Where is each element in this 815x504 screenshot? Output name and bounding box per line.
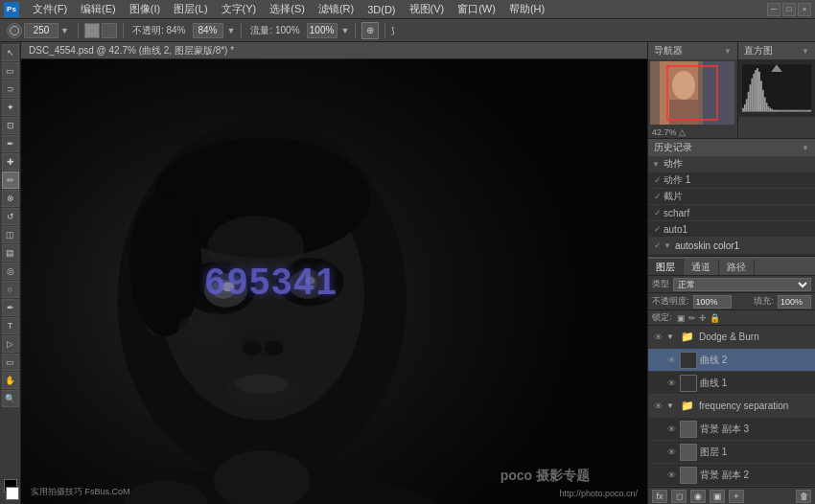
flow-input[interactable] bbox=[307, 23, 338, 38]
healing-tool[interactable]: ✚ bbox=[2, 153, 19, 171]
airbrush-btn[interactable]: ⊕ bbox=[361, 22, 379, 39]
layer-item-5[interactable]: 👁图层 1 bbox=[648, 441, 815, 464]
history-item-5[interactable]: ✓▼ autoskin color1 bbox=[648, 238, 815, 254]
layer-eye-2[interactable]: 👁 bbox=[665, 378, 677, 388]
move-tool[interactable]: ↖ bbox=[2, 44, 19, 61]
layer-eye-6[interactable]: 👁 bbox=[665, 470, 677, 480]
history-item-3[interactable]: ✓scharf bbox=[648, 205, 815, 221]
history-collapse[interactable]: ▼ bbox=[802, 144, 809, 152]
eraser-tool[interactable]: ◫ bbox=[2, 226, 19, 243]
blur-tool[interactable]: ◎ bbox=[2, 263, 19, 280]
histogram-collapse[interactable]: ▼ bbox=[802, 47, 809, 56]
menu-layer[interactable]: 图层(L) bbox=[168, 1, 213, 17]
layer-item-4[interactable]: 👁背景 副本 3 bbox=[648, 418, 815, 441]
menu-text[interactable]: 文字(Y) bbox=[216, 1, 263, 17]
menu-edit[interactable]: 编辑(E) bbox=[75, 1, 122, 17]
menu-help[interactable]: 帮助(H) bbox=[503, 1, 550, 17]
history-item-0[interactable]: ✓▼ 动作 bbox=[648, 156, 815, 172]
lock-image-btn[interactable]: ✏ bbox=[688, 313, 696, 323]
tab-paths[interactable]: 路径 bbox=[719, 259, 755, 275]
layer-eye-5[interactable]: 👁 bbox=[665, 447, 677, 457]
histogram-header[interactable]: 直方图 ▼ bbox=[738, 42, 815, 59]
history-brush-tool[interactable]: ↺ bbox=[2, 208, 19, 225]
history-header[interactable]: 历史记录 ▼ bbox=[648, 139, 815, 156]
group-arrow-3[interactable]: ▼ bbox=[666, 401, 674, 410]
nav-thumb-svg bbox=[650, 61, 734, 125]
flow-toggle[interactable]: ▼ bbox=[341, 26, 350, 35]
clone-tool[interactable]: ⊗ bbox=[2, 190, 19, 207]
delete-layer-btn[interactable]: 🗑 bbox=[796, 490, 811, 503]
svg-point-23 bbox=[177, 312, 238, 349]
layer-item-2[interactable]: 👁曲线 1 bbox=[648, 372, 815, 395]
background-color[interactable] bbox=[6, 487, 19, 500]
layer-fx-btn[interactable]: fx bbox=[652, 490, 667, 503]
tab-channels[interactable]: 通道 bbox=[684, 259, 719, 275]
lock-transparent-btn[interactable]: ▣ bbox=[677, 313, 686, 323]
canvas-tab[interactable]: DSC_4554.psd @ 42.7% (曲线 2, 图层蒙版/8*) * bbox=[21, 42, 647, 59]
menu-image[interactable]: 图像(I) bbox=[124, 1, 166, 17]
menu-window[interactable]: 窗口(W) bbox=[452, 1, 501, 17]
lasso-tool[interactable]: ⊃ bbox=[2, 80, 19, 98]
layer-item-6[interactable]: 👁背景 副本 2 bbox=[648, 464, 815, 487]
navigator-panel: 导航器 ▼ bbox=[648, 42, 738, 138]
layer-mask-btn[interactable]: ◻ bbox=[671, 490, 687, 503]
pen-tool[interactable]: ✒ bbox=[2, 299, 19, 316]
close-btn[interactable]: × bbox=[798, 3, 811, 16]
layer-eye-3[interactable]: 👁 bbox=[652, 401, 664, 411]
menu-view[interactable]: 视图(V) bbox=[404, 1, 451, 17]
opacity-input[interactable] bbox=[193, 23, 223, 38]
layer-adjust-btn[interactable]: ◉ bbox=[690, 490, 706, 503]
gradient-tool[interactable]: ▤ bbox=[2, 244, 19, 262]
svg-rect-42 bbox=[758, 72, 760, 112]
group-arrow-0[interactable]: ▼ bbox=[666, 332, 674, 341]
path-select-tool[interactable]: ▷ bbox=[2, 335, 19, 353]
layer-item-1[interactable]: 👁曲线 2 bbox=[648, 349, 815, 372]
layer-name-4: 背景 副本 3 bbox=[700, 423, 811, 436]
layer-item-3[interactable]: 👁▼📁frequency separation bbox=[648, 395, 815, 418]
zoom-tool[interactable]: 🔍 bbox=[2, 390, 19, 407]
layer-item-0[interactable]: 👁▼📁Dodge & Burn bbox=[648, 326, 815, 349]
crop-tool[interactable]: ⊡ bbox=[2, 117, 19, 134]
marquee-tool[interactable]: ▭ bbox=[2, 62, 19, 80]
canvas-content[interactable]: 695341 poco 摄影专题 实用拍摄技巧 FsBus.CoM http:/… bbox=[21, 59, 647, 504]
layer-eye-4[interactable]: 👁 bbox=[665, 424, 677, 434]
navigator-collapse[interactable]: ▼ bbox=[724, 47, 732, 56]
history-item-6[interactable]: ✓复制 当前 图层 bbox=[648, 254, 815, 256]
eyedropper-tool[interactable]: ✒ bbox=[2, 135, 19, 152]
maximize-btn[interactable]: □ bbox=[782, 3, 796, 16]
shape-tool[interactable]: ▭ bbox=[2, 354, 19, 371]
sep3 bbox=[241, 23, 242, 38]
brush-tool-options[interactable] bbox=[7, 23, 22, 38]
minimize-btn[interactable]: ─ bbox=[767, 3, 780, 16]
new-layer-btn[interactable]: + bbox=[729, 490, 744, 503]
layer-group-btn[interactable]: ▣ bbox=[710, 490, 725, 503]
canvas-area: DSC_4554.psd @ 42.7% (曲线 2, 图层蒙版/8*) * bbox=[21, 42, 647, 504]
navigator-header[interactable]: 导航器 ▼ bbox=[648, 42, 737, 59]
left-tool-panel: ↖ ▭ ⊃ ✦ ⊡ ✒ ✚ ✏ ⊗ ↺ ◫ ▤ ◎ ○ ✒ T ▷ ▭ ✋ 🔍 bbox=[0, 42, 21, 504]
menu-file[interactable]: 文件(F) bbox=[27, 1, 73, 17]
lock-position-btn[interactable]: ✛ bbox=[699, 313, 707, 323]
quick-select-tool[interactable]: ✦ bbox=[2, 99, 19, 116]
svg-rect-37 bbox=[750, 84, 752, 111]
menu-3d[interactable]: 3D(D) bbox=[361, 3, 401, 16]
brush-tool[interactable]: ✏ bbox=[2, 172, 19, 189]
align-btn[interactable]: ⟆ bbox=[391, 26, 395, 35]
text-tool[interactable]: T bbox=[2, 317, 19, 334]
history-item-1[interactable]: ✓动作 1 bbox=[648, 172, 815, 189]
brush-size-input[interactable]: 250 bbox=[24, 23, 58, 38]
blend-mode-select[interactable]: 正常 bbox=[673, 278, 811, 291]
layer-eye-0[interactable]: 👁 bbox=[652, 332, 664, 342]
history-item-4[interactable]: ✓auto1 bbox=[648, 221, 815, 238]
history-item-2[interactable]: ✓截片 bbox=[648, 189, 815, 205]
menu-select[interactable]: 选择(S) bbox=[264, 1, 311, 17]
dodge-tool[interactable]: ○ bbox=[2, 281, 19, 298]
layer-eye-1[interactable]: 👁 bbox=[665, 355, 677, 365]
opacity-toggle[interactable]: ▼ bbox=[227, 26, 236, 35]
svg-rect-67 bbox=[803, 110, 805, 112]
lock-all-btn[interactable]: 🔒 bbox=[710, 313, 720, 323]
opacity-input[interactable] bbox=[693, 295, 732, 309]
menu-filter[interactable]: 滤镜(R) bbox=[313, 1, 360, 17]
fill-input[interactable] bbox=[778, 295, 811, 309]
hand-tool[interactable]: ✋ bbox=[2, 372, 19, 389]
tab-layers[interactable]: 图层 bbox=[648, 259, 684, 275]
